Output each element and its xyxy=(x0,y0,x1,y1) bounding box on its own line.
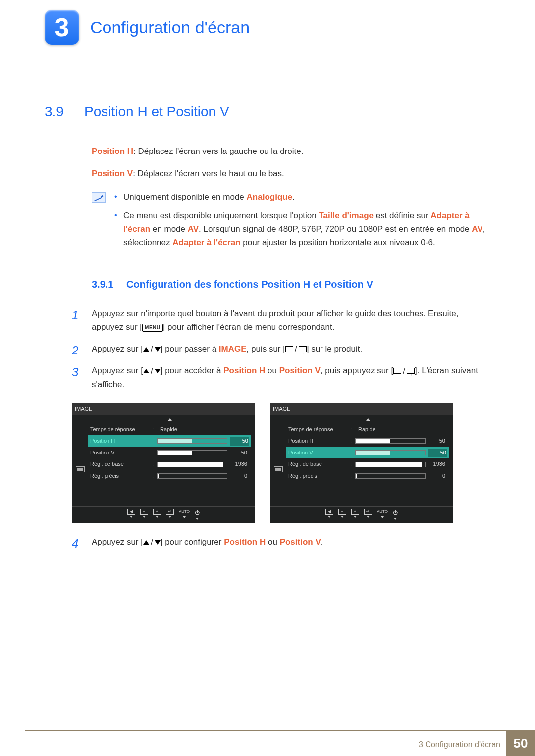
plus-icon: + xyxy=(351,509,359,515)
section-number: 3.9 xyxy=(45,104,84,120)
subsection-title: Configuration des fonctions Position H e… xyxy=(126,276,373,292)
osd-panel-position-h: IMAGE Temps de réponse:Rapide Position H… xyxy=(72,403,255,523)
osd-row-response: Temps de réponse:Rapide xyxy=(88,424,251,436)
section-heading: 3.9 Position H et Position V xyxy=(45,104,490,120)
scroll-up-icon xyxy=(168,418,172,421)
plus-icon: + xyxy=(153,509,161,515)
osd-panel-position-v: IMAGE Temps de réponse:Rapide Position H… xyxy=(270,403,453,523)
minus-icon: − xyxy=(140,509,148,515)
enter-icon: ↵ xyxy=(364,509,372,515)
osd-row-position-h: Position H: 50 xyxy=(286,435,449,447)
step-2: Appuyez sur [/] pour passer à IMAGE, pui… xyxy=(72,342,490,356)
note-item-2: Ce menu est disponible uniquement lorsqu… xyxy=(114,209,490,250)
body: Position H: Déplacez l'écran vers la gau… xyxy=(92,145,490,550)
section-title: Position H et Position V xyxy=(84,104,229,120)
osd-title: IMAGE xyxy=(72,403,255,415)
subsection-heading: 3.9.1 Configuration des fonctions Positi… xyxy=(92,276,490,292)
osd-screenshots: IMAGE Temps de réponse:Rapide Position H… xyxy=(72,403,490,523)
battery-icon xyxy=(76,466,85,472)
enter-icon: ↵ xyxy=(166,509,174,515)
page: 3 Configuration d'écran 3.9 Position H e… xyxy=(0,0,535,756)
osd-row-fine: Régl. précis: 0 xyxy=(286,470,449,482)
position-h-label: Position H xyxy=(92,147,133,156)
note-list: Uniquement disponible en mode Analogique… xyxy=(114,190,490,254)
auto-label: AUTO xyxy=(377,509,388,515)
osd-footer: ◀ − + ↵ AUTO ⏻ xyxy=(270,506,453,522)
position-h-text: : Déplacez l'écran vers la gauche ou la … xyxy=(133,147,303,156)
note-icon xyxy=(92,192,106,203)
power-icon: ⏻ xyxy=(195,509,200,517)
up-down-keys: / xyxy=(143,342,160,355)
position-v-text: : Déplacez l'écran vers le haut ou le ba… xyxy=(133,169,284,178)
osd-title: IMAGE xyxy=(270,403,453,415)
note-block: Uniquement disponible en mode Analogique… xyxy=(92,190,490,254)
position-v-label: Position V xyxy=(92,169,133,178)
back-icon: ◀ xyxy=(127,509,135,515)
image-size-link[interactable]: Taille d'image xyxy=(319,211,374,220)
auto-label: AUTO xyxy=(179,509,190,515)
note-item-1: Uniquement disponible en mode Analogique… xyxy=(114,190,490,203)
osd-footer: ◀ − + ↵ AUTO ⏻ xyxy=(72,506,255,522)
step-4: Appuyez sur [/] pour configurer Position… xyxy=(72,535,490,549)
chapter-header: 3 Configuration d'écran xyxy=(45,0,490,45)
up-down-keys: / xyxy=(143,364,160,378)
position-h-desc: Position H: Déplacez l'écran vers la gau… xyxy=(92,145,490,158)
steps-list: Appuyez sur n'importe quel bouton à l'av… xyxy=(72,307,490,549)
power-icon: ⏻ xyxy=(393,509,398,517)
up-down-keys: / xyxy=(143,536,160,549)
step-1: Appuyez sur n'importe quel bouton à l'av… xyxy=(72,307,490,334)
osd-row-base: Régl. de base: 1936 xyxy=(286,458,449,470)
battery-icon xyxy=(274,466,283,472)
osd-row-response: Temps de réponse:Rapide xyxy=(286,424,449,436)
osd-row-position-v: Position V: 50 xyxy=(88,447,251,459)
menu-key: MENU xyxy=(142,324,162,332)
osd-row-base: Régl. de base: 1936 xyxy=(88,458,251,470)
osd-row-fine: Régl. précis: 0 xyxy=(88,470,251,482)
footer-chapter-label: 3 Configuration d'écran xyxy=(419,740,500,749)
scroll-up-icon xyxy=(366,418,370,421)
back-icon: ◀ xyxy=(325,509,333,515)
step-3: Appuyez sur [/] pour accéder à Position … xyxy=(72,364,490,523)
chapter-title: Configuration d'écran xyxy=(90,18,250,37)
chapter-number-badge: 3 xyxy=(45,10,79,45)
position-v-desc: Position V: Déplacez l'écran vers le hau… xyxy=(92,167,490,180)
enter-keys: / xyxy=(393,364,415,378)
page-footer: 3 Configuration d'écran 50 xyxy=(0,730,535,756)
osd-row-position-h: Position H: 50 xyxy=(88,435,251,447)
subsection-number: 3.9.1 xyxy=(92,276,126,292)
minus-icon: − xyxy=(338,509,346,515)
enter-keys: / xyxy=(285,342,307,355)
page-number: 50 xyxy=(506,730,535,756)
osd-row-position-v: Position V: 50 xyxy=(286,447,449,459)
